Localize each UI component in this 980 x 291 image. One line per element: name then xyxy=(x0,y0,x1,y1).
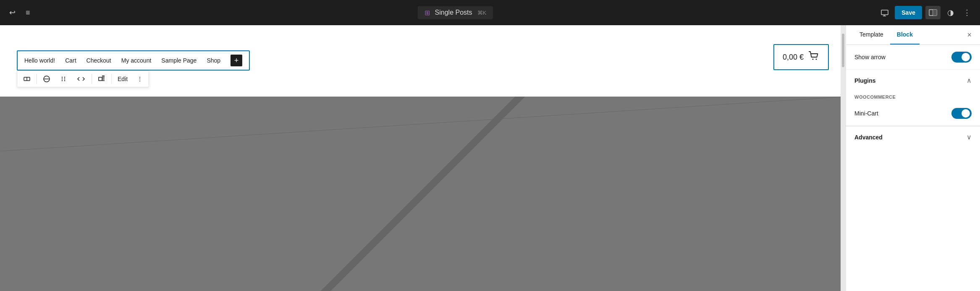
more-block-options-button[interactable]: ⋮ xyxy=(133,73,147,85)
nav-bar: Hello world! Cart Checkout My account Sa… xyxy=(17,50,250,71)
block-type-button[interactable] xyxy=(19,73,35,85)
navigate-button[interactable] xyxy=(72,73,90,85)
svg-line-25 xyxy=(0,97,846,151)
svg-point-12 xyxy=(62,80,63,81)
svg-rect-0 xyxy=(881,10,888,15)
mini-cart-toggle[interactable] xyxy=(951,108,972,119)
advanced-section[interactable]: Advanced ∨ xyxy=(846,126,980,148)
show-arrow-label: Show arrow xyxy=(854,54,886,60)
page-title-bar[interactable]: ⊞ Single Posts ⌘K xyxy=(418,6,493,19)
mini-cart-slider xyxy=(951,108,972,119)
plugins-section-title: Plugins xyxy=(854,77,876,84)
svg-rect-21 xyxy=(102,77,105,81)
advanced-chevron-icon: ∨ xyxy=(967,133,972,141)
align-button[interactable] xyxy=(94,73,110,85)
nav-item-label: Cart xyxy=(65,57,76,64)
show-arrow-toggle[interactable] xyxy=(951,52,972,63)
nav-item-label: Hello world! xyxy=(24,57,55,64)
cart-icon xyxy=(808,50,820,64)
menu-icon: ≡ xyxy=(26,8,30,17)
nav-item-hello-world[interactable]: Hello world! xyxy=(24,57,55,64)
shopping-cart-icon xyxy=(808,50,820,62)
woocommerce-label: WOOCOMMERCE xyxy=(846,91,980,101)
undo-icon: ↩ xyxy=(9,8,16,17)
nav-item-shop[interactable]: Shop xyxy=(207,57,220,64)
toolbar-divider-2 xyxy=(92,74,92,84)
tab-template[interactable]: Template xyxy=(853,25,890,45)
plugins-chevron-icon: ∧ xyxy=(967,76,972,84)
svg-point-11 xyxy=(62,79,63,79)
toggle-slider xyxy=(951,52,972,63)
sidebar-close-button[interactable]: × xyxy=(965,29,973,41)
block-center-icon xyxy=(23,75,31,83)
nav-item-checkout[interactable]: Checkout xyxy=(86,57,111,64)
svg-point-15 xyxy=(64,80,65,81)
show-arrow-row: Show arrow xyxy=(846,45,980,70)
prohibit-icon xyxy=(43,75,50,83)
nav-bar-container: Hello world! Cart Checkout My account Sa… xyxy=(17,50,829,71)
chevrons-icon xyxy=(76,75,86,83)
toolbar-divider xyxy=(37,74,37,84)
more-icon: ⋮ xyxy=(963,8,971,17)
mini-cart-row: Mini-Cart xyxy=(846,101,980,126)
nav-item-label: My account xyxy=(121,57,152,64)
view-split-button[interactable] xyxy=(925,6,941,19)
svg-rect-16 xyxy=(99,77,102,81)
mini-cart-label: Mini-Cart xyxy=(854,110,878,117)
svg-point-10 xyxy=(62,77,63,78)
nav-item-label: Shop xyxy=(207,57,220,64)
plugins-section: Plugins ∧ WOOCOMMERCE Mini-Cart xyxy=(846,70,980,126)
svg-rect-24 xyxy=(0,97,846,291)
tab-group: Template Block xyxy=(853,25,920,45)
contrast-icon: ◑ xyxy=(947,8,954,17)
page-title: Single Posts xyxy=(435,9,472,16)
top-bar-right: Save ◑ ⋮ xyxy=(878,5,973,20)
keyboard-shortcut: ⌘K xyxy=(477,10,487,16)
advanced-title: Advanced xyxy=(854,134,883,141)
more-options-button[interactable]: ⋮ xyxy=(961,5,973,20)
page-type-icon: ⊞ xyxy=(424,9,430,17)
canvas-pattern xyxy=(0,97,846,291)
desktop-icon xyxy=(880,8,889,17)
split-view-icon xyxy=(929,8,937,17)
sidebar-tabs: Template Block × xyxy=(846,25,980,45)
canvas-area: Hello world! Cart Checkout My account Sa… xyxy=(0,25,846,291)
cart-price: 0,00 € xyxy=(783,53,804,62)
no-entry-button[interactable] xyxy=(39,73,55,85)
nav-item-label: Checkout xyxy=(86,57,111,64)
main-area: Hello world! Cart Checkout My account Sa… xyxy=(0,25,980,291)
svg-point-13 xyxy=(64,77,65,78)
nav-item-cart[interactable]: Cart xyxy=(65,57,76,64)
svg-point-14 xyxy=(64,79,65,79)
nav-item-sample-page[interactable]: Sample Page xyxy=(161,57,197,64)
nav-add-button[interactable]: + xyxy=(231,55,242,66)
scrollbar-thumb[interactable] xyxy=(842,34,844,67)
move-button[interactable] xyxy=(55,73,71,85)
sidebar: Template Block × Show arrow Plugins ∧ WO… xyxy=(846,25,980,291)
cart-widget[interactable]: 0,00 € xyxy=(773,44,829,70)
responsive-view-button[interactable] xyxy=(878,6,891,19)
more-dots-icon: ⋮ xyxy=(137,76,143,82)
svg-point-23 xyxy=(816,59,817,60)
top-bar-left: ↩ ≡ xyxy=(7,5,33,20)
undo-button[interactable]: ↩ xyxy=(7,5,18,20)
plugins-section-header[interactable]: Plugins ∧ xyxy=(846,70,980,91)
scrollbar-track[interactable] xyxy=(841,25,846,291)
edit-button[interactable]: Edit xyxy=(113,73,132,85)
svg-rect-5 xyxy=(933,10,937,16)
nav-item-label: Sample Page xyxy=(161,57,197,64)
tab-block[interactable]: Block xyxy=(890,25,920,45)
drag-icon xyxy=(60,75,67,83)
canvas-background xyxy=(0,97,846,291)
save-button[interactable]: Save xyxy=(895,6,922,19)
block-toolbar: Edit ⋮ xyxy=(17,71,149,87)
align-right-icon xyxy=(98,75,105,83)
menu-button[interactable]: ≡ xyxy=(23,6,33,20)
contrast-button[interactable]: ◑ xyxy=(944,5,957,20)
svg-point-22 xyxy=(812,59,814,60)
toolbar-divider-3 xyxy=(111,74,112,84)
nav-item-my-account[interactable]: My account xyxy=(121,57,152,64)
top-bar: ↩ ≡ ⊞ Single Posts ⌘K Save ◑ xyxy=(0,0,980,25)
